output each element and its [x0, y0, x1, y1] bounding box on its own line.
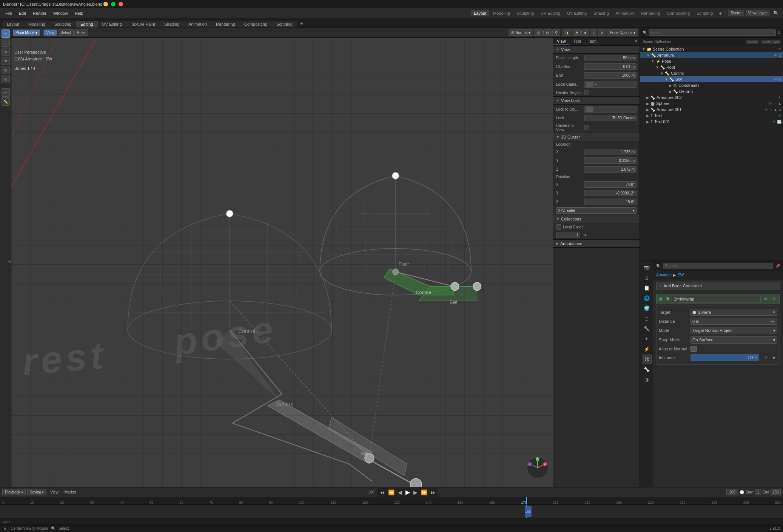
text001-eye[interactable]: 👁 [772, 120, 776, 124]
tab-layout[interactable]: Layout [2, 21, 24, 28]
props-icon-render[interactable]: 📷 [642, 263, 652, 273]
viewport-shading-material[interactable]: ● [581, 29, 589, 36]
props-search-icon[interactable]: 🔍 [656, 264, 661, 268]
sphere-eye[interactable]: 👁 [768, 102, 772, 106]
tab-editing[interactable]: Editing [76, 21, 98, 28]
camera-to-view-checkbox[interactable] [584, 125, 589, 130]
next-keyframe-btn[interactable]: ⏩ [419, 489, 429, 496]
texture-paint-workspace[interactable]: UV Editing [564, 10, 590, 16]
lock-obj-selector[interactable] [584, 106, 637, 113]
outliner-item-scene-collection[interactable]: ▼ 📁 Scene Collection 👁 [640, 46, 783, 52]
shading-workspace[interactable]: Shading [590, 10, 612, 16]
minimize-button[interactable] [103, 2, 108, 6]
props-icon-physics[interactable]: ⚡ [642, 344, 652, 354]
props-icon-output[interactable]: 🖨 [642, 273, 652, 283]
influence-animate[interactable]: ◆ [771, 354, 777, 361]
menu-edit[interactable]: Edit [16, 10, 29, 16]
cursor-tool[interactable]: ✛ [2, 29, 10, 38]
keying-selector[interactable]: Keying ▾ [27, 489, 47, 495]
annotate-tool[interactable]: ✏ [2, 88, 10, 97]
search-button[interactable]: 🔍 [771, 10, 781, 16]
sculpting-workspace[interactable]: Sculpting [514, 10, 537, 16]
distance-field[interactable]: 0 m ◀▶ [691, 318, 777, 325]
prev-keyframe-btn[interactable]: ⏪ [387, 489, 396, 496]
timeline-body[interactable]: 168 [0, 505, 783, 518]
pose-options[interactable]: Pose Options ▾ [607, 29, 638, 36]
proportional-edit[interactable]: ◎ [534, 29, 543, 36]
armature-eye[interactable]: 👁 [774, 53, 778, 57]
clip-start-value[interactable]: 0.01 m [584, 63, 637, 70]
outliner-item-armature[interactable]: ▼ 🦴 Armature 👁 ⊙ [640, 52, 783, 58]
scripting-workspace[interactable]: Scripting [694, 10, 716, 16]
snap-button[interactable]: ⊞ Normal ▾ [509, 29, 533, 36]
props-icon-view-layer[interactable]: 📋 [642, 283, 652, 293]
move-tool[interactable]: ⊕ [2, 48, 10, 56]
props-icon-modifier[interactable]: 🔧 [642, 324, 652, 334]
cursor-x-value[interactable]: 1.736 m [584, 149, 637, 155]
viewlock-section-header[interactable]: ▼ View Lock [553, 97, 640, 105]
breadcrumb-armature[interactable]: Armature [656, 273, 672, 277]
collection-visibility-toggle[interactable]: 👁 [582, 233, 589, 238]
outliner-item-control[interactable]: ▼ 🦴 Control [640, 70, 783, 76]
cursor-rz-value[interactable]: -15.6° [584, 199, 637, 205]
tab-uv-editing[interactable]: UV Editing [98, 21, 126, 28]
jump-start-btn[interactable]: ⏮ [378, 489, 386, 496]
current-frame-display[interactable]: 168 [367, 489, 376, 495]
text001-icon2[interactable]: 🔄 [777, 120, 781, 124]
lock-cursor-value[interactable]: To 3D Cursor [584, 115, 637, 121]
add-tab-button[interactable]: + [297, 19, 306, 28]
outliner-item-text001[interactable]: ▶ T Text.001 👁 🔄 [640, 119, 783, 125]
outliner-search[interactable] [649, 29, 776, 36]
overlay-toggle[interactable]: ⊙ [543, 29, 552, 36]
tab-scripting[interactable]: Scripting [272, 21, 297, 28]
tab-compositing[interactable]: Compositing [240, 21, 272, 28]
tab-texture-paint[interactable]: Texture Paint [126, 21, 160, 28]
viewport-shading-solid[interactable]: ◑ [563, 29, 571, 36]
cursor-y-value[interactable]: 0.3255 m [584, 157, 637, 164]
rendering-workspace[interactable]: Rendering [638, 10, 663, 16]
close-area[interactable]: ✕ [598, 29, 606, 36]
tab-rendering[interactable]: Rendering [211, 21, 240, 28]
marker-menu[interactable]: Marker [62, 489, 79, 495]
target-selector[interactable]: ⬤ Sphere ✕ [691, 309, 777, 316]
start-frame-value[interactable]: 1 [755, 489, 761, 495]
local-collection-checkbox[interactable] [556, 224, 561, 230]
n-panel-tab-tool[interactable]: Tool [570, 38, 585, 45]
outliner-item-deform[interactable]: ▶ 🦴 Deform [640, 88, 783, 94]
constraint-visibility-btn[interactable]: 👁 [762, 296, 769, 302]
snap-mode-selector[interactable]: On Surface ▾ [691, 336, 777, 344]
sw-eye[interactable]: 👁 [773, 77, 777, 82]
n-panel-tab-view[interactable]: View [553, 38, 570, 45]
collection-number[interactable]: 1 [556, 232, 580, 238]
props-icon-scene[interactable]: 🌐 [642, 293, 652, 303]
viewport-shading-render[interactable]: ○ [590, 29, 597, 36]
outliner-item-armature002[interactable]: ▶ 🦴 Armature.002 👁 [640, 94, 783, 100]
mode-selector[interactable]: Pose Mode ▾ [13, 29, 40, 36]
select-menu[interactable]: Select [58, 29, 74, 36]
view-layer-selector[interactable]: View Layer [746, 10, 769, 16]
tool-panel-toggle[interactable]: ◀ [7, 259, 11, 263]
influence-reset[interactable]: ↺ [762, 354, 769, 361]
sw-constraint[interactable]: ⛓ [778, 77, 781, 82]
props-icon-particles[interactable]: ✦ [642, 334, 652, 344]
cursor-z-value[interactable]: 2.872 m [584, 166, 637, 173]
outliner-item-sphere[interactable]: ▶ ⬤ Sphere 👁 ↔ ▲ [640, 100, 783, 106]
outliner-filter-icon[interactable]: ⚙ [777, 31, 781, 35]
props-icon-object[interactable]: ◻ [642, 314, 652, 324]
mode-selector[interactable]: Target Normal Project ▾ [691, 327, 777, 334]
props-icon-material[interactable]: ◑ [642, 375, 652, 385]
gizmo-toggle[interactable]: ⚲ [552, 29, 560, 36]
render-region-checkbox[interactable] [584, 90, 589, 95]
menu-window[interactable]: Window [50, 10, 71, 16]
breadcrumb-sw[interactable]: SW [678, 273, 684, 277]
cursor-ry-value[interactable]: -0.000012° [584, 190, 637, 196]
close-button[interactable] [119, 2, 123, 6]
viewport-shading-wire[interactable]: ◔ [572, 29, 581, 36]
tab-sculpting[interactable]: Sculpting [50, 21, 76, 28]
text-eye[interactable]: 👁 [778, 114, 781, 118]
maximize-button[interactable] [111, 2, 116, 6]
scene-selector[interactable]: Scene [728, 10, 744, 16]
outliner-item-armature001[interactable]: ▶ 🦴 Armature.001 👁 ↔ ▲ ✕ [640, 106, 783, 113]
clip-end-value[interactable]: 1000 m [584, 72, 637, 79]
view-layer-label[interactable]: View Layer [761, 40, 781, 44]
